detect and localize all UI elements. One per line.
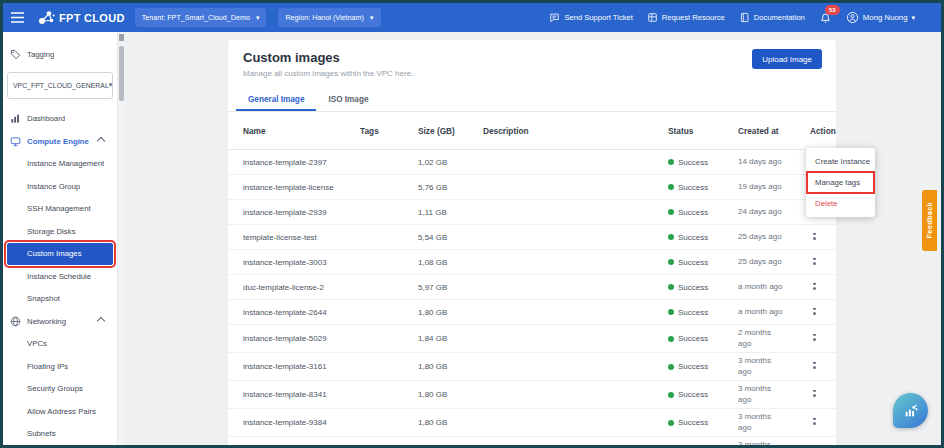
cell-size: 1,80 GB (418, 308, 483, 317)
hamburger-icon (11, 12, 24, 23)
success-dot-icon (668, 420, 674, 426)
status-badge: Success (668, 283, 738, 292)
status-badge: Success (668, 183, 738, 192)
table-row-instance-template-9384[interactable]: instance-template-9384 1,80 GB Success 3… (228, 409, 836, 437)
brand-logo[interactable]: FPT CLOUD (38, 10, 125, 25)
row-actions-kebab-icon[interactable] (813, 366, 816, 369)
status-badge: Success (668, 334, 738, 343)
row-actions-kebab-icon[interactable] (813, 262, 816, 265)
documentation-link[interactable]: Documentation (739, 12, 805, 23)
tab-iso-image[interactable]: ISO Image (316, 90, 380, 111)
context-menu-item-create-instance[interactable]: Create Instance (806, 151, 875, 172)
cell-status: Success (668, 283, 738, 292)
context-menu-item-manage-tags[interactable]: Manage tags (806, 172, 875, 193)
notifications-bell[interactable]: 53 (819, 11, 832, 24)
cell-status: Success (668, 183, 738, 192)
sidebar-item-floating-ips[interactable]: Floating IPs (7, 355, 113, 378)
cell-name: instance-template-9384 (243, 418, 360, 427)
cell-created-at: 3 months ago (738, 356, 810, 377)
cell-status: Success (668, 362, 738, 371)
scrollbar-thumb[interactable] (119, 46, 124, 101)
table-row-instance-template-5029[interactable]: instance-template-5029 1,84 GB Success 2… (228, 325, 836, 353)
cell-name: instance-template-2397 (243, 158, 360, 167)
sidebar-item-allow-address-pairs[interactable]: Allow Address Pairs (7, 400, 113, 423)
sidebar-item-instance-management[interactable]: Instance Management (7, 153, 113, 176)
vpc-selector[interactable]: VPC_FPT_CLOUD_GENERAL ▾ (7, 72, 113, 99)
row-actions-kebab-icon[interactable] (813, 394, 816, 397)
sidebar-item-custom-images[interactable]: Custom Images (7, 243, 113, 266)
success-dot-icon (668, 234, 674, 240)
sidebar-item-subnets[interactable]: Subnets (7, 423, 113, 446)
table-row-template-license-test[interactable]: template-license-test 5,54 GB Success 25… (228, 225, 836, 250)
resource-grid-icon (647, 12, 658, 23)
status-badge: Success (668, 418, 738, 427)
cell-status: Success (668, 258, 738, 267)
sidebar-item-snapshot[interactable]: Snapshot (7, 288, 113, 311)
sidebar-item-tagging[interactable]: Tagging (7, 43, 113, 66)
monitor-icon (10, 136, 21, 147)
table-row-instance-template-3161[interactable]: instance-template-3161 1,80 GB Success 3… (228, 353, 836, 381)
sidebar-item-compute-engine[interactable]: Compute Engine (7, 130, 113, 153)
fpt-cloud-logo-icon (38, 10, 55, 25)
upload-image-button[interactable]: Upload Image (752, 49, 822, 69)
success-dot-icon (668, 392, 674, 398)
table-row-instance-template-8341[interactable]: instance-template-8341 1,80 GB Success 3… (228, 381, 836, 409)
row-actions-kebab-icon[interactable] (813, 338, 816, 341)
cell-size: 1,80 GB (418, 418, 483, 427)
support-chat-icon (549, 12, 560, 23)
row-actions-kebab-icon[interactable] (813, 422, 816, 425)
status-badge: Success (668, 258, 738, 267)
cell-created-at: a month ago (738, 282, 810, 292)
cell-name: instance-template-8341 (243, 390, 360, 399)
cell-status: Success (668, 334, 738, 343)
table-body: instance-template-2397 1,02 GB Success 1… (228, 150, 836, 445)
sidebar-item-networking[interactable]: Networking (7, 310, 113, 333)
support-chat-fab[interactable] (893, 393, 928, 428)
send-support-ticket-link[interactable]: Send Support Ticket (549, 12, 632, 23)
sidebar-item-instance-group[interactable]: Instance Group (7, 175, 113, 198)
table-row-duc-template-license-2[interactable]: duc-template-license-2 5,97 GB Success a… (228, 275, 836, 300)
book-icon (739, 12, 750, 23)
cell-status: Success (668, 308, 738, 317)
chevron-up-icon (97, 137, 105, 145)
cell-created-at: 2 months ago (738, 328, 810, 349)
sidebar-item-security-groups[interactable]: Security Groups (7, 378, 113, 401)
table-row-instance-template-3003[interactable]: instance-template-3003 1,08 GB Success 2… (228, 250, 836, 275)
sidebar-item-dashboard[interactable]: Dashboard (7, 108, 113, 131)
sidebar-item-ssh-management[interactable]: SSH Management (7, 198, 113, 221)
cell-created-at: 24 days ago (738, 207, 810, 217)
table-row-instance-template-2644[interactable]: instance-template-2644 1,80 GB Success a… (228, 300, 836, 325)
row-actions-kebab-icon[interactable] (813, 287, 816, 290)
table-row-instance-template-2939[interactable]: instance-template-2939 1,11 GB Success 2… (228, 200, 836, 225)
sidebar-item-storage-disks[interactable]: Storage Disks (7, 220, 113, 243)
cell-created-at: 25 days ago (738, 257, 810, 267)
sidebar-scrollbar[interactable] (117, 32, 125, 445)
row-actions-kebab-icon[interactable] (813, 312, 816, 315)
feedback-tab[interactable]: Feedback (922, 190, 937, 251)
cell-created-at: 3 months ago (738, 440, 810, 445)
table-header-row: NameTagsSize (GB)DescriptionStatusCreate… (228, 112, 836, 150)
request-resource-link[interactable]: Request Resource (647, 12, 725, 23)
table-row-instance-template-license[interactable]: instance-template-license 5,76 GB Succes… (228, 175, 836, 200)
tab-general-image[interactable]: General Image (236, 90, 316, 111)
menu-toggle-button[interactable] (11, 12, 24, 23)
success-dot-icon (668, 184, 674, 190)
custom-images-card: Custom images Manage all custom images w… (228, 40, 836, 445)
user-menu[interactable]: Mong Nuong ▾ (846, 11, 915, 24)
user-name: Mong Nuong (863, 13, 908, 22)
context-menu-item-delete[interactable]: Delete (806, 193, 875, 214)
cell-size: 1,84 GB (418, 334, 483, 343)
sidebar-item-instance-schedule[interactable]: Instance Schedule (7, 265, 113, 288)
cell-action (810, 258, 836, 267)
table-row-ubuntu-file[interactable]: Ubuntu file 0,06 GB 3 months ago (228, 437, 836, 445)
topbar-actions: Send Support Ticket Request Resource Doc… (549, 11, 941, 24)
region-dropdown[interactable]: Region: Hanoi (Vietnam) ▾ (278, 8, 380, 27)
status-badge: Success (668, 390, 738, 399)
tenant-dropdown[interactable]: Tenant: FPT_Smart_Cloud_Demo ▾ (135, 8, 267, 27)
cell-name: instance-template-3161 (243, 362, 360, 371)
cell-name: instance-template-5029 (243, 334, 360, 343)
tag-icon (10, 49, 21, 60)
row-actions-kebab-icon[interactable] (813, 237, 816, 240)
sidebar-item-vpcs[interactable]: VPCs (7, 333, 113, 356)
table-row-instance-template-2397[interactable]: instance-template-2397 1,02 GB Success 1… (228, 150, 836, 175)
